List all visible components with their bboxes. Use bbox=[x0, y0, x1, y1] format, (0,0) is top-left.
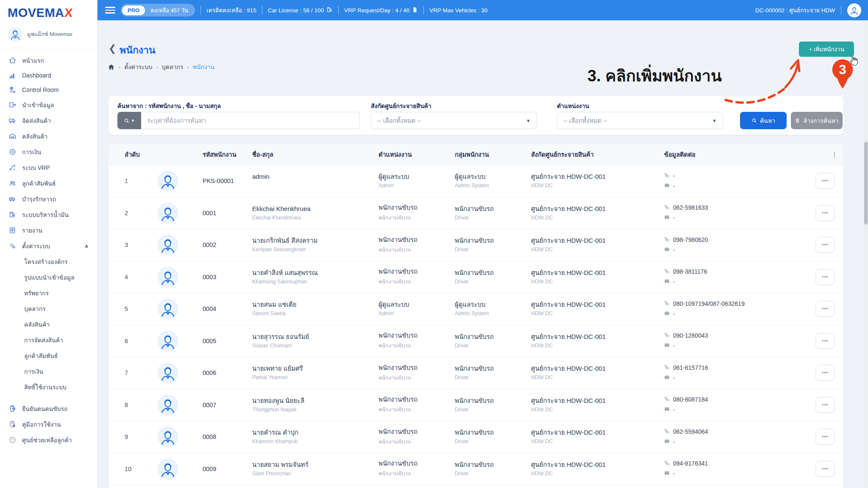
sidebar-item[interactable]: ! คู่มือการใช้งาน bbox=[0, 416, 97, 432]
row-actions-button[interactable]: ••• bbox=[815, 205, 835, 221]
sidebar-subitem[interactable]: โครงสร้างองค์กร bbox=[0, 254, 97, 269]
table-row[interactable]: 8 0007 นายทองพูน นัยยะลี Thongphun Naiya… bbox=[108, 389, 843, 421]
mouse-cursor-icon bbox=[848, 55, 859, 68]
profile-avatar[interactable] bbox=[847, 3, 861, 17]
divider bbox=[200, 6, 201, 14]
row-actions-button[interactable]: ••• bbox=[815, 333, 835, 349]
sidebar-item[interactable]: ? ศูนย์ช่วยเหลือลูกค้า bbox=[0, 432, 97, 448]
search-button[interactable]: ค้นหา bbox=[740, 112, 787, 129]
sidebar-subitem[interactable]: การเงิน bbox=[0, 363, 97, 379]
sidebar-subitem[interactable]: บุคลากร bbox=[0, 301, 97, 316]
sidebar-item[interactable]: คลังสินค้า bbox=[0, 128, 97, 144]
dashboard-icon bbox=[8, 72, 17, 80]
employee-avatar-icon bbox=[157, 298, 179, 320]
back-chevron-icon[interactable]: ❮ bbox=[108, 43, 116, 54]
row-actions-button[interactable]: ••• bbox=[815, 429, 835, 445]
clear-search-button[interactable]: ล้างการค้นหา bbox=[791, 112, 843, 129]
table-row[interactable]: 4 0003 นายคำสิงห์ แสนสุพรรณ Khamsing Sae… bbox=[108, 261, 843, 294]
sidebar-subitem[interactable]: การจัดส่งสินค้า bbox=[0, 332, 97, 348]
sidebar-item[interactable]: Dashboard bbox=[0, 68, 97, 83]
chevron-up-icon: ∧ bbox=[84, 243, 89, 249]
warehouse-icon bbox=[8, 132, 17, 140]
ellipsis-icon: ••• bbox=[822, 242, 829, 248]
table-row[interactable]: 9 0008 นายคำรณ คำปุก Khamron Khampuk พนั… bbox=[108, 421, 843, 453]
sidebar-item[interactable]: ตั้งค่าระบบ ∧ bbox=[0, 238, 97, 254]
row-actions-button[interactable]: ••• bbox=[815, 397, 835, 413]
email-icon bbox=[664, 374, 670, 383]
header-group: กลุ่มพนักงาน bbox=[444, 150, 520, 159]
divider bbox=[841, 6, 841, 14]
phone-icon bbox=[664, 363, 670, 372]
employee-code: 0004 bbox=[188, 305, 240, 312]
breadcrumb-settings[interactable]: ตั้งค่าระบบ bbox=[124, 62, 152, 72]
sidebar-item[interactable]: S การเงิน bbox=[0, 144, 97, 160]
employee-avatar-icon bbox=[157, 202, 179, 224]
sidebar-item[interactable]: รายงาน bbox=[0, 222, 97, 238]
employee-code: 0006 bbox=[188, 369, 240, 376]
phone-number: 080-1097194/087-0632619 bbox=[673, 299, 745, 308]
row-actions-button[interactable]: ••• bbox=[815, 237, 835, 253]
employee-position: พนักงานขับรถ พนักงานขับรถ bbox=[367, 364, 444, 382]
phone-number: 062-5981633 bbox=[673, 203, 708, 212]
column-options-icon[interactable]: ⋮ bbox=[807, 151, 843, 158]
fuel-icon bbox=[8, 211, 17, 219]
home-icon[interactable] bbox=[108, 64, 115, 71]
table-row[interactable]: 3 0002 นายเกริกพันธ์ สีสงคราม Kerkpan Se… bbox=[108, 229, 843, 261]
table-row[interactable]: 1 PKS-00001 admin ผู้ดูแลระบบ Admin bbox=[108, 165, 843, 197]
sidebar-item[interactable]: ระบบ VRP bbox=[0, 160, 97, 175]
email-value: - bbox=[673, 182, 675, 191]
row-number: 8 bbox=[108, 402, 147, 408]
table-row[interactable]: 6 0005 นายสุวรรณ ธอนรัมย์ Suwan Chonram … bbox=[108, 325, 843, 358]
table-row[interactable]: 2 0001 Ekkchai Khenkhruea Ekkchai Khenkh… bbox=[108, 197, 843, 230]
phone-number: 080-8087184 bbox=[673, 395, 708, 404]
row-actions-button[interactable]: ••• bbox=[815, 173, 835, 189]
row-actions-button[interactable]: ••• bbox=[815, 461, 835, 477]
sidebar-item[interactable]: บำรุงรักษารถ bbox=[0, 191, 97, 207]
sidebar-subitem[interactable]: ลูกค้าสัมพันธ์ bbox=[0, 348, 97, 363]
sidebar-item[interactable]: ระบบบริหารน้ำมัน bbox=[0, 207, 97, 222]
breadcrumb-personnel[interactable]: บุคลากร bbox=[162, 62, 184, 72]
sidebar-item[interactable]: ยืนยันตนคนขับรถ bbox=[0, 401, 97, 416]
ellipsis-icon: ••• bbox=[822, 210, 829, 216]
ellipsis-icon: ••• bbox=[822, 370, 829, 376]
table-row[interactable]: 10 0009 นายสยาม พรมจันทร์ Siam Phomchan … bbox=[108, 453, 843, 485]
employee-position: ผู้ดูแลระบบ Admin bbox=[367, 173, 444, 189]
email-value: - bbox=[673, 374, 675, 383]
table-row[interactable]: 7 0006 นายเพทาย แย้มศรี Pethai Yeamsri พ… bbox=[108, 357, 843, 389]
search-type-button[interactable]: ▼ bbox=[117, 112, 141, 129]
phone-number: 094-8176341 bbox=[673, 459, 708, 468]
ellipsis-icon: ••• bbox=[822, 466, 829, 472]
sidebar-item[interactable]: นำเข้าข้อมูล bbox=[0, 97, 97, 113]
dc-label: DC-000002 : ศูนย์กระจาย HDW bbox=[755, 6, 835, 15]
employee-name: นายคำรณ คำปุก Khamron Khampuk bbox=[240, 429, 367, 445]
sidebar-item[interactable]: Control Room bbox=[0, 83, 97, 97]
annotation-text: 3. คลิกเพิ่มพนักงาน bbox=[587, 63, 722, 89]
position-filter-select[interactable]: -- เลือกทั้งหมด -- ▼ bbox=[557, 112, 723, 129]
hamburger-menu-icon[interactable] bbox=[105, 7, 115, 14]
table-row[interactable]: 5 0004 นายสนม แซ่เตีย Sanom Saetia ผู้ดู… bbox=[108, 293, 843, 325]
logo-x: X bbox=[64, 6, 73, 20]
sidebar-item[interactable]: หน้าแรก bbox=[0, 53, 97, 68]
row-actions-button[interactable]: ••• bbox=[815, 365, 835, 381]
sidebar-subitem[interactable]: สิทธิ์ใช้งานระบบ bbox=[0, 379, 97, 395]
dc-filter-select[interactable]: -- เลือกทั้งหมด -- ▼ bbox=[371, 112, 537, 129]
sidebar-subitem[interactable]: ทรัพยากร bbox=[0, 285, 97, 301]
employee-position: พนักงานขับรถ พนักงานขับรถ bbox=[367, 428, 444, 446]
scrollbar-thumb[interactable] bbox=[864, 142, 868, 225]
search-input[interactable] bbox=[141, 112, 360, 129]
breadcrumb: › ตั้งค่าระบบ › บุคลากร › พนักงาน bbox=[108, 62, 214, 72]
phone-icon bbox=[664, 299, 670, 308]
row-number: 2 bbox=[108, 210, 147, 216]
employee-group: พนักงานขับรถ Driver bbox=[444, 205, 520, 221]
svg-text:?: ? bbox=[11, 438, 14, 442]
sidebar-item[interactable]: จัดส่งสินค้า bbox=[0, 113, 97, 128]
sidebar-user[interactable]: มูฟแม็กซ์ Movemax bbox=[0, 22, 97, 48]
row-actions-button[interactable]: ••• bbox=[815, 301, 835, 317]
phone-icon bbox=[664, 459, 670, 468]
sidebar-item[interactable]: ลูกค้าสัมพันธ์ bbox=[0, 175, 97, 191]
scrollbar-track[interactable] bbox=[864, 20, 868, 488]
sidebar-subitem[interactable]: คลังสินค้า bbox=[0, 316, 97, 332]
row-actions-button[interactable]: ••• bbox=[815, 269, 835, 285]
sidebar-subitem[interactable]: รูปแบบนำเข้าข้อมูล bbox=[0, 269, 97, 285]
row-number: 7 bbox=[108, 369, 147, 376]
